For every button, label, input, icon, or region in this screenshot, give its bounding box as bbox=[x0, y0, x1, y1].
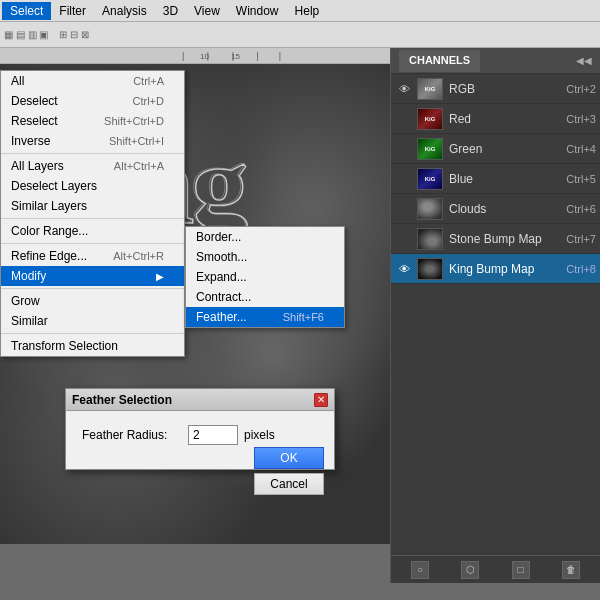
toolbar-content: ▦ ▤ ▥ ▣ ⊞ ⊟ ⊠ bbox=[4, 29, 89, 40]
menu-refine-edge[interactable]: Refine Edge... Alt+Ctrl+R bbox=[1, 246, 184, 266]
menu-transform-selection[interactable]: Transform Selection bbox=[1, 336, 184, 356]
dialog-close-button[interactable]: ✕ bbox=[314, 393, 328, 407]
channel-shortcut-green: Ctrl+4 bbox=[566, 143, 596, 155]
channel-name-rgb: RGB bbox=[449, 82, 566, 96]
menu-similar[interactable]: Similar bbox=[1, 311, 184, 331]
channel-name-red: Red bbox=[449, 112, 566, 126]
delete-channel-button[interactable]: 🗑 bbox=[562, 561, 580, 579]
feather-radius-row: Feather Radius: pixels bbox=[82, 425, 318, 445]
menu-border[interactable]: Border... bbox=[186, 227, 344, 247]
feather-dialog: Feather Selection ✕ Feather Radius: pixe… bbox=[65, 388, 335, 470]
main-area: | | | | | 10 15 King King All Ctrl+A Des… bbox=[0, 48, 600, 583]
channel-shortcut-rgb: Ctrl+2 bbox=[566, 83, 596, 95]
cancel-button[interactable]: Cancel bbox=[254, 473, 324, 495]
panel-tabs: CHANNELS bbox=[399, 50, 480, 72]
eye-icon-blue bbox=[395, 170, 413, 188]
eye-icon-stone bbox=[395, 230, 413, 248]
channel-thumb-red: KiG bbox=[417, 108, 443, 130]
menu-color-range[interactable]: Color Range... bbox=[1, 221, 184, 241]
channel-row-clouds[interactable]: Clouds Ctrl+6 bbox=[391, 194, 600, 224]
channel-row-king[interactable]: 👁 King Bump Map Ctrl+8 bbox=[391, 254, 600, 284]
channel-row-stone[interactable]: Stone Bump Map Ctrl+7 bbox=[391, 224, 600, 254]
menu-all[interactable]: All Ctrl+A bbox=[1, 71, 184, 91]
ruler: | | | | | 10 15 bbox=[0, 48, 390, 64]
channel-shortcut-stone: Ctrl+7 bbox=[566, 233, 596, 245]
menu-bar: Select Filter Analysis 3D View Window He… bbox=[0, 0, 600, 22]
ok-button[interactable]: OK bbox=[254, 447, 324, 469]
channel-thumb-stone bbox=[417, 228, 443, 250]
eye-icon-clouds bbox=[395, 200, 413, 218]
menu-contract[interactable]: Contract... bbox=[186, 287, 344, 307]
channel-name-stone: Stone Bump Map bbox=[449, 232, 566, 246]
dialog-body: Feather Radius: pixels OK Cancel bbox=[66, 411, 334, 469]
modify-arrow-icon: ▶ bbox=[156, 271, 164, 282]
feather-dialog-box: Feather Selection ✕ Feather Radius: pixe… bbox=[65, 388, 335, 470]
sep4 bbox=[1, 288, 184, 289]
channels-panel: CHANNELS ◀◀ 👁 KiG RGB Ctrl+2 KiG Red Ctr… bbox=[390, 48, 600, 583]
panel-collapse-icon[interactable]: ◀◀ bbox=[576, 55, 592, 66]
channel-shortcut-king: Ctrl+8 bbox=[566, 263, 596, 275]
menu-select[interactable]: Select bbox=[2, 2, 51, 20]
menu-all-layers[interactable]: All Layers Alt+Ctrl+A bbox=[1, 156, 184, 176]
dialog-buttons: OK Cancel bbox=[254, 447, 324, 495]
toolbar: ▦ ▤ ▥ ▣ ⊞ ⊟ ⊠ bbox=[0, 22, 600, 48]
save-selection-button[interactable]: ⬡ bbox=[461, 561, 479, 579]
sep1 bbox=[1, 153, 184, 154]
eye-icon-king: 👁 bbox=[395, 260, 413, 278]
channel-name-king: King Bump Map bbox=[449, 262, 566, 276]
menu-inverse[interactable]: Inverse Shift+Ctrl+I bbox=[1, 131, 184, 151]
eye-icon-green bbox=[395, 140, 413, 158]
new-channel-button[interactable]: □ bbox=[512, 561, 530, 579]
menu-view[interactable]: View bbox=[186, 2, 228, 20]
dialog-title: Feather Selection bbox=[72, 393, 172, 407]
menu-expand[interactable]: Expand... bbox=[186, 267, 344, 287]
menu-grow[interactable]: Grow bbox=[1, 291, 184, 311]
menu-modify[interactable]: Modify ▶ bbox=[1, 266, 184, 286]
menu-similar-layers[interactable]: Similar Layers bbox=[1, 196, 184, 216]
eye-icon-rgb: 👁 bbox=[395, 80, 413, 98]
channel-name-green: Green bbox=[449, 142, 566, 156]
panel-footer: ○ ⬡ □ 🗑 bbox=[391, 555, 600, 583]
menu-deselect-layers[interactable]: Deselect Layers bbox=[1, 176, 184, 196]
sep3 bbox=[1, 243, 184, 244]
channel-shortcut-red: Ctrl+3 bbox=[566, 113, 596, 125]
menu-filter[interactable]: Filter bbox=[51, 2, 94, 20]
channel-name-blue: Blue bbox=[449, 172, 566, 186]
channel-thumb-rgb: KiG bbox=[417, 78, 443, 100]
sep2 bbox=[1, 218, 184, 219]
channels-tab[interactable]: CHANNELS bbox=[399, 50, 480, 72]
channel-row-rgb[interactable]: 👁 KiG RGB Ctrl+2 bbox=[391, 74, 600, 104]
channel-thumb-king bbox=[417, 258, 443, 280]
sep5 bbox=[1, 333, 184, 334]
channel-name-clouds: Clouds bbox=[449, 202, 566, 216]
menu-reselect[interactable]: Reselect Shift+Ctrl+D bbox=[1, 111, 184, 131]
menu-smooth[interactable]: Smooth... bbox=[186, 247, 344, 267]
menu-help[interactable]: Help bbox=[287, 2, 328, 20]
canvas-area: | | | | | 10 15 King King All Ctrl+A Des… bbox=[0, 48, 390, 583]
channel-row-blue[interactable]: KiG Blue Ctrl+5 bbox=[391, 164, 600, 194]
feather-unit-label: pixels bbox=[244, 428, 275, 442]
feather-radius-label: Feather Radius: bbox=[82, 428, 182, 442]
feather-radius-input[interactable] bbox=[188, 425, 238, 445]
dialog-titlebar: Feather Selection ✕ bbox=[66, 389, 334, 411]
channel-thumb-clouds bbox=[417, 198, 443, 220]
channel-thumb-green: KiG bbox=[417, 138, 443, 160]
menu-window[interactable]: Window bbox=[228, 2, 287, 20]
select-dropdown: All Ctrl+A Deselect Ctrl+D Reselect Shif… bbox=[0, 70, 185, 357]
channel-row-green[interactable]: KiG Green Ctrl+4 bbox=[391, 134, 600, 164]
channel-shortcut-clouds: Ctrl+6 bbox=[566, 203, 596, 215]
modify-submenu: Border... Smooth... Expand... Contract..… bbox=[185, 226, 345, 328]
channel-shortcut-blue: Ctrl+5 bbox=[566, 173, 596, 185]
menu-deselect[interactable]: Deselect Ctrl+D bbox=[1, 91, 184, 111]
menu-3d[interactable]: 3D bbox=[155, 2, 186, 20]
channel-thumb-blue: KiG bbox=[417, 168, 443, 190]
eye-icon-red bbox=[395, 110, 413, 128]
menu-analysis[interactable]: Analysis bbox=[94, 2, 155, 20]
menu-feather[interactable]: Feather... Shift+F6 bbox=[186, 307, 344, 327]
panel-header: CHANNELS ◀◀ bbox=[391, 48, 600, 74]
channel-row-red[interactable]: KiG Red Ctrl+3 bbox=[391, 104, 600, 134]
load-selection-button[interactable]: ○ bbox=[411, 561, 429, 579]
